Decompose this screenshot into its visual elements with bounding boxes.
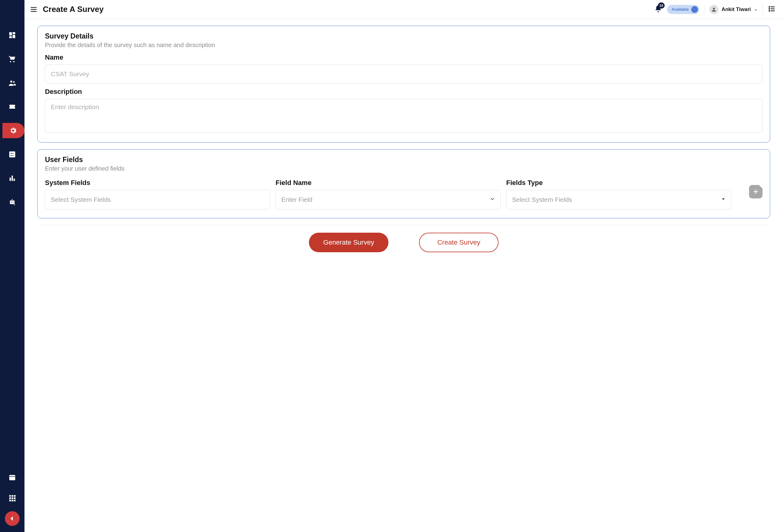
divider — [704, 4, 704, 15]
svg-rect-8 — [11, 175, 13, 181]
svg-rect-6 — [9, 151, 15, 158]
list-icon — [768, 5, 776, 13]
svg-point-5 — [13, 81, 15, 82]
menu-toggle[interactable] — [29, 5, 38, 14]
user-fields-panel: User Fields Enter your user defined fiel… — [37, 149, 770, 218]
svg-rect-21 — [14, 497, 15, 499]
users-icon — [8, 79, 16, 87]
panel-title: Survey Details — [45, 32, 762, 40]
svg-rect-3 — [9, 36, 12, 38]
sidebar-item-dashboard[interactable] — [5, 28, 20, 43]
field-name-label: Field Name — [276, 179, 501, 187]
logo-icon — [9, 515, 15, 522]
triangle-down-icon — [721, 196, 726, 203]
svg-point-31 — [769, 10, 770, 11]
ticket-icon — [8, 103, 16, 111]
select-placeholder: Select System Fields — [51, 196, 111, 203]
apps-grid-icon — [8, 494, 16, 502]
bot-icon — [8, 198, 16, 206]
header: Create A Survey 10 Available Ankit Tiwar… — [25, 0, 783, 19]
svg-rect-9 — [13, 178, 15, 181]
sidebar-item-apps[interactable] — [5, 491, 20, 506]
svg-point-4 — [10, 80, 12, 82]
panel-title: User Fields — [45, 156, 762, 164]
sidebar-item-bot[interactable] — [5, 195, 20, 210]
bar-chart-icon — [8, 174, 16, 182]
svg-rect-7 — [9, 178, 11, 181]
sidebar-item-calendar[interactable] — [5, 470, 20, 485]
svg-rect-22 — [9, 500, 11, 501]
gear-icon — [9, 127, 17, 135]
svg-point-30 — [769, 8, 770, 9]
svg-rect-18 — [14, 495, 15, 497]
svg-rect-20 — [11, 497, 13, 499]
svg-rect-16 — [9, 495, 11, 497]
svg-rect-19 — [9, 497, 11, 499]
system-fields-select[interactable]: Select System Fields — [45, 190, 270, 209]
sidebar-item-users[interactable] — [5, 75, 20, 91]
user-name: Ankit Tiwari — [722, 6, 751, 12]
svg-rect-1 — [12, 32, 15, 34]
calendar-icon — [8, 473, 16, 481]
svg-rect-14 — [9, 475, 15, 480]
avatar — [709, 5, 718, 14]
svg-point-29 — [769, 6, 770, 7]
select-placeholder: Enter Field — [281, 196, 313, 203]
fold-decoration — [759, 185, 762, 189]
dashboard-icon — [8, 31, 16, 39]
svg-point-12 — [11, 202, 12, 203]
survey-details-panel: Survey Details Provide the details of th… — [37, 26, 770, 142]
generate-survey-button[interactable]: Generate Survey — [309, 233, 388, 252]
page-title: Create A Survey — [43, 5, 104, 14]
fields-type-label: Fields Type — [506, 179, 731, 187]
user-menu[interactable]: Ankit Tiwari — [709, 5, 758, 14]
list-menu-button[interactable] — [768, 5, 776, 14]
svg-point-28 — [713, 8, 715, 9]
cart-icon — [8, 55, 16, 63]
notification-count-badge: 10 — [658, 2, 665, 8]
notifications-button[interactable]: 10 — [654, 5, 662, 14]
sidebar-item-cart[interactable] — [5, 52, 20, 67]
sidebar-item-settings[interactable] — [2, 123, 25, 138]
name-label: Name — [45, 54, 762, 62]
description-label: Description — [45, 88, 762, 96]
content: Survey Details Provide the details of th… — [25, 19, 783, 532]
panel-subtitle: Provide the details of the survey such a… — [45, 41, 762, 48]
plus-icon — [752, 188, 759, 195]
sidebar-item-tickets[interactable] — [5, 99, 20, 114]
add-field-button[interactable] — [749, 185, 762, 198]
svg-rect-23 — [11, 500, 13, 501]
svg-rect-0 — [9, 32, 12, 35]
svg-rect-17 — [11, 495, 13, 497]
main: Create A Survey 10 Available Ankit Tiwar… — [25, 0, 783, 532]
checklist-icon — [8, 151, 16, 158]
select-placeholder: Select System Fields — [512, 196, 572, 203]
svg-rect-15 — [9, 476, 15, 477]
toggle-knob — [691, 6, 698, 13]
sidebar-item-reports[interactable] — [5, 171, 20, 186]
footer-actions: Generate Survey Create Survey — [37, 225, 770, 261]
sidebar-logo[interactable] — [5, 511, 20, 526]
chevron-down-icon — [489, 196, 496, 204]
hamburger-icon — [30, 5, 38, 13]
availability-toggle[interactable]: Available — [667, 5, 699, 14]
caret-down-icon — [754, 8, 758, 11]
panel-subtitle: Enter your user defined fields — [45, 165, 762, 172]
field-name-select[interactable]: Enter Field — [276, 190, 501, 209]
create-survey-button[interactable]: Create Survey — [419, 233, 499, 252]
divider — [762, 4, 763, 15]
svg-rect-2 — [12, 35, 15, 38]
person-icon — [711, 7, 717, 12]
svg-rect-24 — [14, 500, 15, 501]
survey-description-input[interactable] — [45, 99, 762, 132]
system-fields-label: System Fields — [45, 179, 270, 187]
availability-label: Available — [671, 7, 689, 12]
svg-point-11 — [11, 199, 12, 200]
fields-type-select[interactable]: Select System Fields — [506, 190, 731, 209]
svg-point-13 — [12, 202, 13, 203]
sidebar — [0, 0, 25, 532]
svg-rect-10 — [10, 201, 14, 204]
survey-name-input[interactable] — [45, 65, 762, 84]
sidebar-item-tasks[interactable] — [5, 147, 20, 162]
